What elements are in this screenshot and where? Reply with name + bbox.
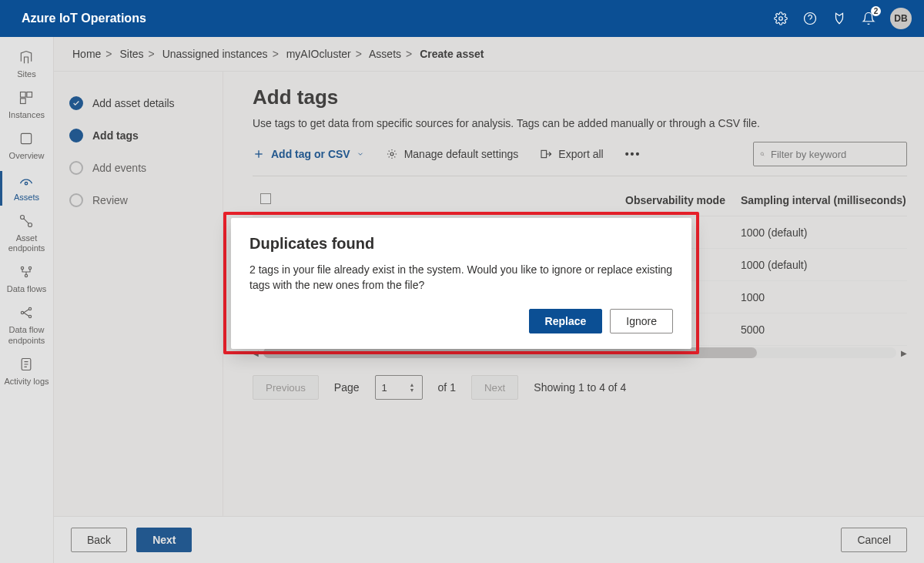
brand-title: Azure IoT Operations: [22, 12, 146, 25]
feedback-icon[interactable]: [832, 11, 847, 26]
avatar[interactable]: DB: [890, 8, 912, 29]
dialog-body: 2 tags in your file already exist in the…: [249, 262, 673, 293]
notifications-icon[interactable]: 2: [861, 11, 876, 26]
help-icon[interactable]: [802, 11, 818, 26]
notification-badge: 2: [871, 6, 881, 16]
svg-point-0: [779, 17, 783, 21]
duplicates-dialog: Duplicates found 2 tags in your file alr…: [231, 218, 691, 349]
svg-point-1: [805, 13, 816, 25]
dialog-title: Duplicates found: [249, 235, 673, 253]
topbar: Azure IoT Operations 2 DB: [0, 0, 924, 37]
settings-icon[interactable]: [773, 11, 788, 26]
ignore-button[interactable]: Ignore: [610, 309, 673, 333]
replace-button[interactable]: Replace: [529, 309, 603, 333]
